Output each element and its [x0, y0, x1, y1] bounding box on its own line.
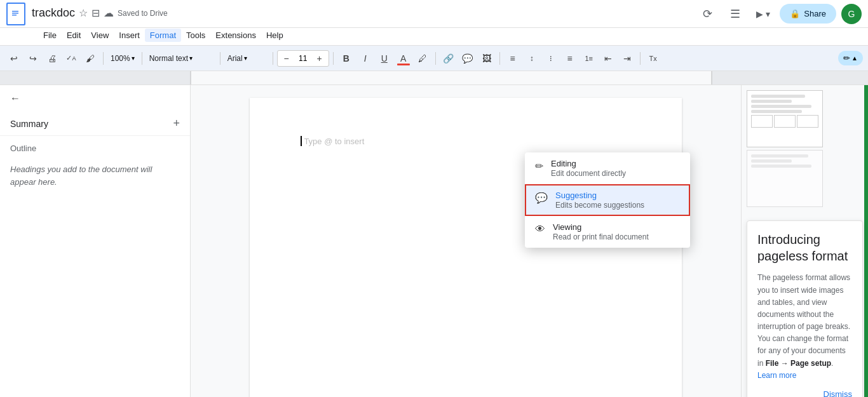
share-label: Share — [804, 9, 826, 18]
svg-rect-3 — [12, 15, 17, 16]
align-button[interactable]: ≡ — [504, 50, 522, 67]
toolbar-sep-4 — [273, 52, 273, 65]
dismiss-button[interactable]: Dismiss — [824, 389, 853, 397]
history-button[interactable]: ⟳ — [696, 3, 719, 25]
chevron-up-icon: ▲ — [851, 55, 858, 62]
redo-button[interactable]: ↪ — [24, 50, 42, 67]
font-size-input[interactable] — [294, 54, 312, 63]
right-panel: Introducing pageless format The pageless… — [741, 85, 868, 397]
menu-item-extensions[interactable]: Extensions — [210, 29, 261, 42]
pageless-title: Introducing pageless format — [757, 231, 852, 264]
page-thumbnails — [742, 85, 868, 212]
star-icon[interactable]: ☆ — [79, 7, 88, 19]
editing-icon: ✏ — [535, 160, 543, 172]
doc-icon — [6, 3, 25, 25]
title-center: trackdoc ☆ ⊟ ☁ Saved to Drive — [32, 6, 696, 21]
viewing-mode-item[interactable]: 👁 Viewing Read or print final document — [525, 216, 690, 248]
menu-item-file[interactable]: File — [38, 29, 62, 42]
header-right: ⟳ ☰ ▶ ▾ 🔒 Share G — [696, 3, 862, 25]
sidebar: ← Summary + Outline Headings you add to … — [0, 85, 191, 397]
menu-item-insert[interactable]: Insert — [114, 29, 145, 42]
editing-desc: Edit document directly — [551, 169, 626, 178]
indent-less-button[interactable]: ⇤ — [599, 50, 617, 67]
comment-button[interactable]: ☰ — [724, 3, 747, 25]
print-button[interactable]: 🖨 — [43, 50, 61, 67]
svg-rect-0 — [11, 8, 21, 20]
indent-more-button[interactable]: ⇥ — [618, 50, 636, 67]
zoom-chevron-icon: ▾ — [132, 55, 135, 62]
menu-item-help[interactable]: Help — [261, 29, 288, 42]
doc-placeholder: Type @ to insert — [304, 137, 364, 146]
style-select[interactable]: Normal text ▾ — [146, 50, 216, 67]
cloud-icon: ☁ — [104, 7, 114, 19]
toolbar-sep-3 — [220, 52, 220, 65]
menu-item-tools[interactable]: Tools — [181, 29, 210, 42]
bold-button[interactable]: B — [337, 50, 355, 67]
svg-rect-6 — [712, 71, 868, 85]
pageless-footer: Dismiss — [757, 389, 852, 397]
toolbar-sep-6 — [435, 52, 436, 65]
paintformat-button[interactable]: 🖌 — [81, 50, 99, 67]
pageless-info-card: Introducing pageless format The pageless… — [747, 220, 863, 397]
undo-button[interactable]: ↩ — [5, 50, 23, 67]
back-icon: ← — [10, 93, 20, 104]
text-cursor — [301, 136, 302, 146]
underline-button[interactable]: U — [376, 50, 393, 67]
font-select[interactable]: Arial ▾ — [224, 50, 269, 67]
viewing-icon: 👁 — [535, 224, 545, 235]
doc-title[interactable]: trackdoc — [32, 6, 75, 20]
clearformat-button[interactable]: Tx — [644, 50, 662, 67]
spellcheck-button[interactable]: ✓A — [62, 50, 80, 67]
pageless-body: The pageless format allows you to insert… — [757, 272, 852, 382]
doc-area[interactable]: Type @ to insert ✏ Editing Edit document… — [191, 85, 741, 397]
suggesting-mode-item[interactable]: 💬 Suggesting Edits become suggestions — [525, 184, 690, 216]
highlight-button[interactable]: 🖊 — [414, 50, 431, 67]
ruler — [0, 71, 868, 85]
editing-mode-item[interactable]: ✏ Editing Edit document directly — [525, 152, 690, 184]
toolbar-sep-7 — [499, 52, 500, 65]
font-size-increase-button[interactable]: + — [313, 52, 326, 65]
menu-bar-row: const menuData = JSON.parse(document.get… — [0, 28, 868, 46]
add-summary-button[interactable]: + — [173, 117, 180, 130]
edit-mode-button[interactable]: ✏ ▲ — [838, 51, 863, 65]
folder-icon[interactable]: ⊟ — [92, 7, 100, 19]
title-bar: trackdoc ☆ ⊟ ☁ Saved to Drive ⟳ ☰ ▶ ▾ 🔒 … — [0, 0, 868, 28]
right-accent-bar — [864, 85, 868, 397]
toolbar-sep-8 — [640, 52, 641, 65]
link-button[interactable]: 🔗 — [440, 50, 458, 67]
italic-button[interactable]: I — [356, 50, 374, 67]
image-button[interactable]: 🖼 — [478, 50, 496, 67]
menu-item-view[interactable]: View — [86, 29, 114, 42]
viewing-title: Viewing — [553, 222, 649, 232]
avatar[interactable]: G — [841, 4, 862, 24]
textcolor-button[interactable]: A — [395, 50, 412, 67]
suggesting-icon: 💬 — [535, 192, 548, 204]
toolbar: ↩ ↪ 🖨 ✓A 🖌 100% ▾ Normal text ▾ Arial ▾ … — [0, 46, 868, 71]
share-button[interactable]: 🔒 Share — [780, 4, 836, 24]
page-thumbnail-2 — [747, 150, 823, 207]
menu-item-format[interactable]: Format — [145, 29, 181, 42]
bullets-button[interactable]: ≡ — [561, 50, 579, 67]
edit-icon: ✏ — [843, 53, 850, 63]
video-button[interactable]: ▶ ▾ — [752, 3, 775, 25]
mode-dropdown: ✏ Editing Edit document directly 💬 Sugge… — [525, 152, 690, 248]
numbering-button[interactable]: 1≡ — [580, 50, 598, 67]
toolbar-sep-5 — [333, 52, 334, 65]
linespace-button[interactable]: ↕ — [523, 50, 541, 67]
learn-more-link[interactable]: Learn more — [757, 371, 796, 380]
style-chevron-icon: ▾ — [189, 55, 193, 62]
toolbar-sep-2 — [142, 52, 142, 65]
svg-rect-5 — [0, 71, 191, 85]
viewing-desc: Read or print final document — [553, 232, 649, 241]
comment-toolbar-button[interactable]: 💬 — [459, 50, 477, 67]
outline-empty-text: Headings you add to the document will ap… — [0, 158, 190, 193]
sidebar-back-button[interactable]: ← — [0, 85, 190, 112]
svg-rect-2 — [12, 13, 18, 14]
columns-button[interactable]: ⫶ — [542, 50, 560, 67]
font-size-decrease-button[interactable]: − — [280, 52, 293, 65]
zoom-select[interactable]: 100% ▾ — [107, 50, 138, 67]
summary-section: Summary + — [0, 112, 190, 136]
svg-rect-4 — [191, 71, 712, 85]
toolbar-sep-1 — [103, 52, 104, 65]
menu-item-edit[interactable]: Edit — [62, 29, 86, 42]
